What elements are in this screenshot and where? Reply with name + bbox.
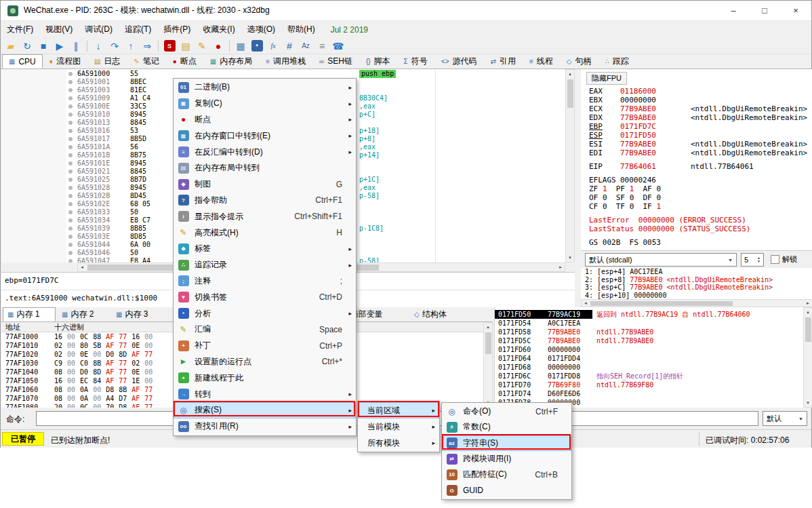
argument-row[interactable]: 3: [esp+C] 77B9ABE0 <ntdll.DbgUiRemoteBr… — [581, 284, 812, 292]
register-value[interactable]: 77B9ABE0 — [620, 104, 656, 113]
command-profile-dropdown[interactable]: 默认 ▼ — [763, 411, 807, 426]
menubar-item[interactable]: 视图(V) — [39, 21, 79, 38]
stack-row[interactable]: 0171FD6C0171FDD8指向SEH_Record[1]的指针 — [495, 372, 803, 380]
stack-vertical-scrollbar[interactable]: ▲ ▼ — [803, 307, 812, 408]
scroll-thumb[interactable] — [805, 317, 811, 342]
menu-item-find-references[interactable]: oo查找引用(R)▸ — [174, 418, 356, 435]
register-value[interactable]: 0171FD7C — [620, 122, 656, 131]
flags-line[interactable]: CF 0 TF 0 IF 1 — [589, 202, 811, 211]
stack-row[interactable]: 0171FD5077B9AC19返回到 ntdll.77B9AC19 自 ntd… — [495, 310, 803, 319]
breakpoint-dot[interactable] — [68, 259, 73, 262]
calling-convention-dropdown[interactable]: 默认 (stdcall) ▼ — [585, 253, 737, 267]
menu-item-graph[interactable]: ◆制图G — [174, 176, 356, 193]
breakpoint-dot[interactable] — [68, 186, 73, 190]
breakpoint-dot[interactable] — [68, 153, 73, 157]
register-value[interactable]: 0171FD50 — [620, 131, 656, 140]
argument-row[interactable]: 4: [esp+10] 00000000 — [581, 292, 812, 300]
breakpoint-dot[interactable] — [68, 202, 73, 206]
menubar-item[interactable]: 插件(P) — [157, 21, 197, 38]
stack-row[interactable]: 0171FD6000000000 — [495, 345, 803, 354]
scroll-thumb[interactable] — [590, 301, 733, 306]
tab-log[interactable]: ▤日志 — [87, 54, 127, 69]
registers-panel[interactable]: 隐藏FPU EAX01186000EBX00000000ECX77B9ABE0<… — [581, 69, 812, 250]
menu-item-copy[interactable]: ▣复制(C)▸ — [174, 96, 356, 112]
scroll-up-icon[interactable]: ▲ — [484, 323, 492, 331]
dump-tab[interactable]: ▦内存 2 — [57, 307, 110, 321]
toolbar-run-to-return-button[interactable]: ⇒ — [140, 39, 155, 54]
menubar-item[interactable]: 文件(F) — [1, 21, 39, 38]
register-ecx[interactable]: ECX77B9ABE0<ntdll.DbgUiRemoteBreakin> — [589, 104, 811, 113]
scroll-right-icon[interactable]: ► — [804, 299, 812, 307]
flags-line[interactable]: OF 0 SF 0 DF 0 — [589, 193, 811, 202]
tab-symbols[interactable]: Σ符号 — [397, 54, 434, 69]
register-ebp[interactable]: EBP0171FD7C — [589, 122, 811, 131]
argument-count-spinner[interactable]: 5 ▲ ▼ — [741, 253, 764, 267]
register-value[interactable]: 77B64061 — [620, 162, 656, 171]
toolbar-step-over-button[interactable]: ↷ — [107, 39, 122, 54]
breakpoint-dot[interactable] — [68, 104, 73, 109]
breakpoint-dot[interactable] — [68, 96, 73, 100]
register-value[interactable]: 01186000 — [620, 87, 656, 96]
spinner-down-icon[interactable]: ▼ — [757, 260, 760, 263]
breakpoint-dot[interactable] — [68, 227, 73, 231]
breakpoint-dot[interactable] — [68, 88, 73, 92]
dump-tab[interactable]: ▦内存 3 — [111, 307, 164, 321]
breakpoint-dot[interactable] — [68, 218, 73, 222]
menu-item-analysis[interactable]: *分析▸ — [174, 305, 356, 321]
tab-trace[interactable]: ∴跟踪 — [598, 54, 635, 69]
stack-row[interactable]: 0171FD6800000000 — [495, 363, 803, 372]
register-value[interactable]: 00000000 — [620, 96, 656, 104]
breakpoint-dot[interactable] — [68, 137, 73, 141]
menu-item-comment[interactable]: ;注释; — [174, 273, 356, 290]
tab-seh[interactable]: ∞SEH链 — [312, 54, 359, 69]
maximize-button[interactable]: □ — [749, 1, 780, 21]
flag-value[interactable]: 0 — [656, 193, 661, 202]
flag-value[interactable]: 0 — [603, 193, 607, 202]
breakpoint-dot[interactable] — [68, 251, 73, 255]
stack-row[interactable]: 0171FD5877B9ABE0ntdll.77B9ABE0 — [495, 328, 803, 336]
register-esi[interactable]: ESI77B9ABE0<ntdll.DbgUiRemoteBreakin> — [589, 140, 811, 149]
breakpoint-dot[interactable] — [68, 194, 73, 198]
register-eflags[interactable]: EFLAGS00000246 — [589, 176, 811, 184]
hide-fpu-toggle[interactable]: 隐藏FPU — [586, 72, 627, 85]
toolbar-close-button[interactable]: ■ — [36, 39, 51, 54]
breakpoint-dot[interactable] — [68, 170, 73, 174]
toolbar-step-out-button[interactable]: ↑ — [123, 39, 138, 54]
args-horizontal-scrollbar[interactable]: ◄ ► — [581, 299, 812, 307]
menu-item-follow-in-disassembler[interactable]: ≡在反汇编中转到(D)▸ — [174, 144, 356, 160]
breakpoint-dot[interactable] — [68, 178, 73, 182]
flag-value[interactable]: 0 — [603, 202, 607, 211]
menu-item-follow-in-memory-map[interactable]: ▤在内存布局中转到 — [174, 160, 356, 176]
register-value[interactable]: 77B9ABE0 — [620, 113, 656, 122]
register-edi[interactable]: EDI77B9ABE0<ntdll.DbgUiRemoteBreakin> — [589, 149, 811, 157]
stack-row[interactable]: 0171FD74D60FE6D6 — [495, 389, 803, 398]
scope-item-all-modules[interactable]: 所有模块▸ — [358, 435, 439, 451]
breakpoint-dot[interactable] — [68, 235, 73, 239]
menu-item-trace-record[interactable]: ∴追踪记录▸ — [174, 257, 356, 273]
menu-item-toggle-bookmark[interactable]: ▼切换书签Ctrl+D — [174, 289, 356, 305]
toolbar-log-button[interactable]: ▤ — [178, 39, 193, 54]
disasm-vertical-scrollbar[interactable]: ▲ ▼ — [565, 69, 575, 262]
scroll-down-icon[interactable]: ▼ — [804, 399, 812, 407]
tab-references[interactable]: ⇄引用 — [483, 54, 522, 69]
register-value[interactable]: 00000246 — [620, 176, 656, 184]
breakpoint-dot[interactable] — [68, 129, 73, 133]
breakpoint-dot[interactable] — [68, 72, 73, 76]
menu-item-assemble[interactable]: ✎汇编Space — [174, 321, 356, 338]
scroll-thumb[interactable] — [567, 79, 573, 108]
flag-value[interactable]: 1 — [656, 202, 661, 211]
disasm-row[interactable]: 6A59100055push ebp — [1, 70, 575, 78]
menubar-item[interactable]: 选项(O) — [241, 21, 281, 38]
register-value[interactable]: 77B9ABE0 — [620, 149, 656, 157]
close-button[interactable]: × — [780, 1, 811, 21]
menu-item-goto[interactable]: →转到▸ — [174, 386, 356, 402]
tab-breakpoints[interactable]: ●断点 — [166, 54, 203, 69]
dump-tab[interactable]: ◇结构体 — [409, 307, 466, 321]
scroll-left-icon[interactable]: ◄ — [78, 263, 86, 271]
tab-cpu[interactable]: ▦CPU — [2, 54, 43, 69]
menubar-item[interactable]: 追踪(T) — [119, 21, 157, 38]
scope-item-current-module[interactable]: 当前模块▸ — [358, 418, 439, 435]
flags-line[interactable]: ZF 1 PF 1 AF 0 — [589, 184, 811, 193]
menubar-item[interactable]: 帮助(H) — [281, 21, 321, 38]
tab-graph[interactable]: ♦流程图 — [43, 54, 87, 69]
